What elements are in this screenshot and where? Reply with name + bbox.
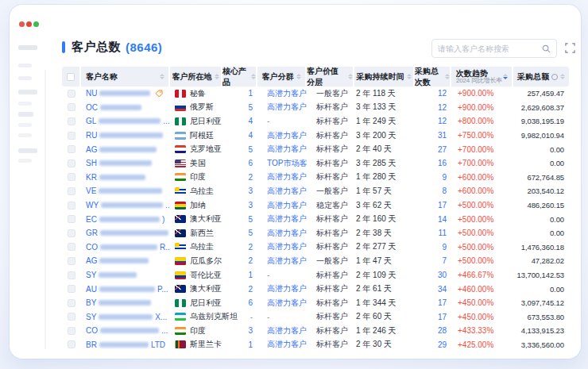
core-product-count[interactable]: 2 [248,243,253,252]
customer-name-link[interactable]: KR [86,173,97,182]
customer-name-link[interactable]: VE [86,186,96,195]
customer-name-link[interactable]: RU [86,131,97,140]
row-checkbox[interactable] [68,243,75,251]
customer-name-link[interactable]: AG [86,145,97,154]
core-product-count[interactable]: 1 [248,271,253,279]
purchase-count[interactable]: 29 [438,340,447,349]
purchase-count[interactable]: 11 [439,229,447,237]
row-checkbox[interactable] [68,299,75,307]
purchase-count[interactable]: 14 [438,215,447,224]
customer-name-link[interactable]: BR [86,340,97,349]
purchase-count[interactable]: 12 [438,117,447,125]
purchase-count[interactable]: 34 [438,285,447,294]
row-checkbox[interactable] [68,202,75,209]
customer-name-tail[interactable]: ... [161,326,168,335]
customer-name-link[interactable]: CO [86,326,98,335]
purchase-count[interactable]: 12 [438,103,447,112]
purchase-count[interactable]: 8 [442,186,447,195]
column-header-6[interactable]: 采购持续时间 [354,67,415,86]
sort-caret[interactable] [251,74,256,79]
customer-name-link[interactable]: GL [86,117,96,125]
segment-label[interactable]: 高潜力客户 [267,171,307,183]
customer-name-link[interactable]: CO [86,243,98,252]
row-checkbox[interactable] [68,132,75,140]
traffic-light-minimize[interactable] [26,21,32,27]
customer-name-link[interactable]: EC [86,215,97,224]
core-product-count[interactable]: 2 [248,173,253,182]
row-checkbox[interactable] [68,160,75,167]
purchase-count[interactable]: 27 [438,145,447,154]
segment-label[interactable]: 高潜力客户 [267,186,307,197]
purchase-count[interactable]: 7 [442,256,447,265]
customer-name-link[interactable]: OC [86,103,98,112]
core-product-count[interactable]: 4 [248,117,253,125]
row-checkbox[interactable] [68,229,75,237]
purchase-count[interactable]: 16 [438,159,447,167]
sort-caret[interactable] [215,74,219,79]
row-checkbox[interactable] [68,285,75,293]
customer-name-tail[interactable]: R... [160,243,170,252]
sort-caret[interactable] [160,74,164,79]
customer-name-link[interactable]: WY [86,201,99,209]
segment-label[interactable]: 高潜力客户 [267,102,307,113]
purchase-count[interactable]: 28 [438,326,447,335]
segment-label[interactable]: 高潜力客户 [267,200,307,211]
core-product-count[interactable]: 4 [248,131,253,140]
column-header-4[interactable]: 客户分群 [257,67,307,86]
core-product-count[interactable]: 5 [248,229,253,237]
purchase-count[interactable]: 17 [438,201,447,209]
customer-name-tail[interactable]: X... [155,313,167,321]
customer-name-link[interactable]: GR [86,229,98,237]
segment-label[interactable]: 高潜力客户 [267,144,307,155]
core-product-count[interactable]: 3 [248,201,253,209]
segment-label[interactable]: 高潜力客户 [267,213,307,225]
sort-caret[interactable] [445,74,450,79]
customer-name-link[interactable]: SH [86,159,97,167]
customer-name-tail[interactable]: ) [162,215,164,224]
core-product-count[interactable]: 5 [248,103,253,112]
purchase-count[interactable]: 17 [438,298,447,307]
segment-label[interactable]: 高潜力客户 [267,339,307,350]
row-checkbox[interactable] [68,313,75,321]
row-checkbox[interactable] [68,340,75,348]
row-checkbox[interactable] [68,117,75,125]
sort-caret[interactable] [296,74,301,79]
select-all-checkbox[interactable] [67,73,75,81]
customer-name-link[interactable]: SY [86,271,96,279]
customer-name-link[interactable]: SY [86,313,96,321]
core-product-count[interactable]: 2 [248,256,253,265]
traffic-light-close[interactable] [19,21,25,27]
core-product-count[interactable]: 3 [248,326,253,335]
core-product-count[interactable]: 6 [248,159,253,167]
purchase-count[interactable]: 30 [438,271,447,279]
core-product-count[interactable]: 1 [248,89,253,98]
column-header-5[interactable]: 客户价值分层 [307,67,354,86]
core-product-count[interactable]: 2 [248,285,253,294]
purchase-count[interactable]: 12 [438,89,447,98]
column-header-3[interactable]: 核心产品 [222,67,257,86]
core-product-count[interactable]: 6 [248,298,253,307]
column-header-9[interactable]: 采购总额 [513,67,569,86]
column-header-2[interactable]: 客户所在地 [170,67,222,86]
column-header-1[interactable]: 客户名称 [81,67,170,86]
sort-caret[interactable] [348,74,353,79]
expand-button[interactable] [565,43,576,54]
customer-name-link[interactable]: AU [86,285,97,294]
row-checkbox[interactable] [68,90,75,98]
purchase-count[interactable]: 17 [438,313,447,321]
sort-caret[interactable] [503,74,508,79]
row-checkbox[interactable] [68,215,75,223]
segment-label[interactable]: 高潜力客户 [267,325,307,336]
row-checkbox[interactable] [68,257,75,265]
segment-label[interactable]: 高潜力客户 [267,88,307,99]
purchase-count[interactable]: 9 [442,173,447,182]
segment-label[interactable]: 高潜力客户 [267,283,307,294]
segment-label[interactable]: 高潜力客户 [267,256,307,267]
customer-name-tail[interactable]: ... [163,117,169,125]
search-box[interactable] [431,39,557,58]
segment-label[interactable]: TOP市场客户 [267,158,307,169]
segment-label[interactable]: 高潜力客户 [267,241,307,252]
traffic-light-maximize[interactable] [33,21,39,27]
core-product-count[interactable]: 5 [248,145,253,154]
core-product-count[interactable]: 5 [248,215,253,224]
